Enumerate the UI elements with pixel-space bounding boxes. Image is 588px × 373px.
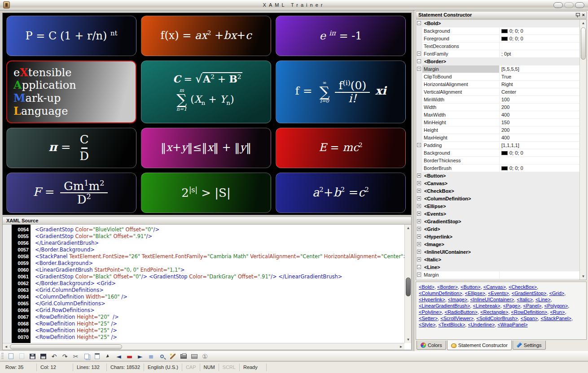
- tag-link[interactable]: <RadioButton>: [445, 309, 478, 315]
- tag-link[interactable]: <Border>: [437, 284, 458, 290]
- redo-button[interactable]: ↷: [61, 352, 69, 360]
- tag-link[interactable]: <Events>: [488, 291, 509, 296]
- formula-tile-11[interactable]: 2|s| > |S|: [141, 173, 271, 213]
- property-row[interactable]: TextDecorations: [416, 43, 579, 50]
- scroll-down-icon[interactable]: ▼: [580, 273, 587, 280]
- formula-tile-6[interactable]: f = ∞∑i=0f(i)(0)i! xi: [276, 61, 406, 123]
- badge-one-button[interactable]: ①: [201, 352, 209, 360]
- scroll-left-icon[interactable]: ◄: [3, 343, 9, 350]
- tag-link[interactable]: <Polygon>: [544, 303, 568, 308]
- xaml-wand-button[interactable]: [168, 352, 177, 360]
- print-button[interactable]: [179, 352, 188, 360]
- scroll-right-icon[interactable]: ►: [398, 343, 404, 350]
- nav-back-button[interactable]: ◄: [114, 352, 123, 360]
- property-row[interactable]: MaxWidth400: [416, 111, 579, 119]
- minimize-button[interactable]: [553, 2, 563, 8]
- category-row[interactable]: +<GradientStop>: [416, 218, 579, 226]
- tag-link[interactable]: <Ellipse>: [465, 291, 485, 296]
- tag-link[interactable]: <RowDefinition>: [511, 309, 548, 315]
- property-row[interactable]: MinHeight150: [416, 119, 579, 126]
- tag-link[interactable]: <Underline>: [468, 322, 495, 327]
- property-row[interactable]: ClipToBoundTrue: [416, 73, 579, 81]
- close-button[interactable]: [575, 2, 584, 8]
- tag-link[interactable]: <StackPanel>: [540, 316, 571, 321]
- nav-forward-button[interactable]: ►: [136, 352, 145, 360]
- expand-plus-box[interactable]: +: [417, 212, 421, 216]
- undo-button[interactable]: ↶: [50, 352, 58, 360]
- code-pane[interactable]: <GradientStop Color="BlueViolet" Offset=…: [31, 225, 404, 343]
- tag-link[interactable]: <Polyline>: [419, 309, 442, 315]
- expand-minus-box[interactable]: -: [417, 21, 421, 25]
- tag-link[interactable]: <Canvas>: [483, 284, 506, 290]
- tag-link[interactable]: <Bold>: [419, 284, 434, 290]
- property-row[interactable]: +FontFamily; 0pt: [416, 50, 579, 58]
- tag-link[interactable]: <GradientStop>: [512, 291, 547, 296]
- property-row[interactable]: +Margin: [416, 271, 579, 279]
- expand-plus-box[interactable]: +: [417, 250, 421, 254]
- save-button[interactable]: [28, 352, 37, 360]
- expand-plus-box[interactable]: +: [417, 52, 421, 56]
- toolbar-grip-handle[interactable]: [1, 353, 4, 360]
- category-row[interactable]: +<CheckBox>: [416, 187, 579, 195]
- property-row[interactable]: Height200: [416, 126, 579, 134]
- vertical-scroll-thumb[interactable]: [406, 278, 411, 296]
- formula-tile-3[interactable]: e iπ = -1: [276, 16, 406, 56]
- expand-plus-box[interactable]: +: [417, 257, 421, 261]
- tag-link[interactable]: <Run>: [550, 309, 565, 315]
- property-row[interactable]: Width200: [416, 104, 579, 111]
- category-row[interactable]: +<Grid>: [416, 226, 579, 233]
- pointer-button[interactable]: [104, 352, 112, 360]
- tag-link[interactable]: <Setter>: [419, 316, 438, 321]
- property-row[interactable]: MinWidth100: [416, 96, 579, 104]
- tab-settings[interactable]: Settings: [513, 341, 546, 350]
- new-file-button[interactable]: [7, 352, 15, 360]
- formula-tile-5[interactable]: C = √A2 + B2m∑n=1(Xn + Yn): [141, 61, 271, 123]
- expand-plus-box[interactable]: +: [417, 234, 421, 239]
- copy-button[interactable]: [82, 352, 91, 360]
- category-row[interactable]: +<Button>: [416, 172, 579, 180]
- tag-link[interactable]: <ScrollViewer>: [440, 316, 474, 321]
- category-row[interactable]: +<Canvas>: [416, 180, 579, 187]
- tag-link[interactable]: <Hyperlink>: [419, 297, 445, 302]
- tag-link[interactable]: <ColumnDefinition>: [419, 291, 462, 296]
- property-grid-scrollbar[interactable]: ▲ ▼: [579, 20, 586, 280]
- tag-link[interactable]: <Span>: [521, 316, 538, 321]
- tag-link[interactable]: <WrapPanel>: [498, 322, 528, 327]
- formula-tile-4[interactable]: eXtensibleApplicationMark-upLanguage: [6, 61, 136, 123]
- save-as-button[interactable]: [39, 352, 48, 360]
- category-row[interactable]: +<Events>: [416, 210, 579, 218]
- scroll-thumb[interactable]: [581, 27, 586, 60]
- format-list-button[interactable]: ≡: [147, 352, 155, 360]
- formula-tile-8[interactable]: ‖x+y‖≤‖x‖ + ‖y‖: [141, 128, 271, 168]
- scroll-up-icon[interactable]: ▲: [405, 225, 412, 231]
- formula-tile-12[interactable]: a2+b2 =c2: [276, 173, 406, 213]
- formula-tile-10[interactable]: F = Gm1m2D2: [6, 173, 136, 213]
- property-row[interactable]: BorderBrush0; 0; 0: [416, 165, 579, 172]
- tag-link[interactable]: <SolidColorBrush>: [476, 316, 518, 321]
- scroll-down-icon[interactable]: ▼: [405, 336, 412, 343]
- category-row[interactable]: +<ColumnDefinition>: [416, 195, 579, 203]
- horizontal-scroll-thumb[interactable]: [10, 344, 122, 349]
- tag-link[interactable]: <Image>: [448, 297, 467, 302]
- pin-icon[interactable]: [575, 13, 579, 17]
- formula-tile-7[interactable]: π = CD: [6, 128, 136, 168]
- category-row[interactable]: -<Bold>: [416, 20, 579, 27]
- category-row[interactable]: -<Border>: [416, 58, 579, 65]
- tab-colors[interactable]: Colors: [417, 341, 446, 350]
- category-row[interactable]: +<Hyperlink>: [416, 233, 579, 241]
- scroll-up-icon[interactable]: ▲: [580, 20, 587, 26]
- expand-plus-box[interactable]: +: [417, 196, 421, 200]
- property-row[interactable]: Foreground0; 0; 0: [416, 35, 579, 43]
- expand-plus-box[interactable]: +: [417, 189, 421, 193]
- property-row[interactable]: HorizontalAlignmentRight: [416, 81, 579, 88]
- property-row[interactable]: MaxHeight400: [416, 134, 579, 142]
- tag-link[interactable]: <Linebreak>: [473, 303, 500, 308]
- expand-plus-box[interactable]: +: [417, 67, 421, 71]
- tab-statement-constructor[interactable]: Statement Constructor: [447, 340, 512, 350]
- category-row[interactable]: +<Ellipse>: [416, 203, 579, 210]
- source-vertical-scrollbar[interactable]: ▲ ▼: [404, 225, 411, 343]
- open-file-button[interactable]: [18, 352, 26, 360]
- expand-minus-box[interactable]: -: [417, 265, 421, 269]
- tag-link[interactable]: <LinearGradientBrush>: [419, 303, 470, 308]
- expand-plus-box[interactable]: +: [417, 219, 421, 223]
